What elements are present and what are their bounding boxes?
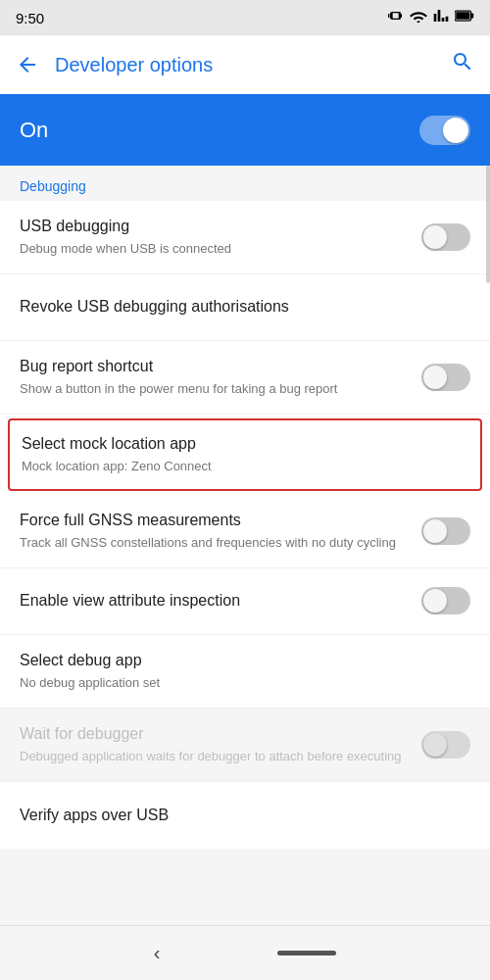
gnss-item[interactable]: Force full GNSS measurements Track all G… [0, 495, 490, 568]
usb-debugging-title: USB debugging [20, 217, 421, 237]
mock-location-item[interactable]: Select mock location app Mock location a… [8, 418, 482, 491]
signal-icon [433, 8, 449, 27]
bug-report-text: Bug report shortcut Show a button in the… [20, 357, 421, 398]
mock-location-subtitle: Mock location app: Zeno Connect [22, 458, 468, 475]
view-attribute-text: Enable view attribute inspection [20, 591, 421, 612]
scrollbar[interactable] [486, 166, 490, 283]
view-attribute-item[interactable]: Enable view attribute inspection [0, 568, 490, 635]
usb-debugging-toggle[interactable] [421, 223, 470, 251]
revoke-usb-text: Revoke USB debugging authorisations [20, 297, 470, 318]
gnss-toggle[interactable] [421, 517, 470, 545]
view-attribute-title: Enable view attribute inspection [20, 591, 421, 612]
verify-apps-item[interactable]: Verify apps over USB [0, 782, 490, 849]
bug-report-subtitle: Show a button in the power menu for taki… [20, 380, 421, 398]
on-label: On [20, 118, 48, 143]
debugging-label: Debugging [20, 178, 86, 194]
usb-debugging-text: USB debugging Debug mode when USB is con… [20, 217, 421, 258]
developer-options-toggle[interactable] [419, 116, 470, 145]
nav-back-button[interactable]: ‹ [154, 942, 161, 964]
vibrate-icon [388, 8, 404, 27]
verify-apps-title: Verify apps over USB [20, 806, 470, 826]
debugging-section-header: Debugging [0, 166, 490, 201]
back-button[interactable] [16, 53, 39, 76]
revoke-usb-item[interactable]: Revoke USB debugging authorisations [0, 274, 490, 341]
bug-report-toggle[interactable] [421, 364, 470, 391]
debug-app-item[interactable]: Select debug app No debug application se… [0, 635, 490, 709]
wifi-icon [410, 9, 427, 26]
svg-rect-2 [456, 12, 469, 20]
status-bar: 9:50 [0, 0, 490, 35]
mock-location-title: Select mock location app [22, 434, 468, 455]
on-banner: On [0, 94, 490, 166]
gnss-text: Force full GNSS measurements Track all G… [20, 511, 421, 552]
bug-report-item[interactable]: Bug report shortcut Show a button in the… [0, 341, 490, 415]
wait-debugger-item: Wait for debugger Debugged application w… [0, 709, 490, 782]
usb-debugging-item[interactable]: USB debugging Debug mode when USB is con… [0, 201, 490, 274]
page-title: Developer options [55, 54, 435, 76]
status-time: 9:50 [16, 10, 44, 26]
mock-location-text: Select mock location app Mock location a… [22, 434, 468, 475]
search-button[interactable] [451, 50, 474, 79]
settings-list: USB debugging Debug mode when USB is con… [0, 201, 490, 849]
wait-debugger-title: Wait for debugger [20, 724, 421, 745]
gnss-subtitle: Track all GNSS constellations and freque… [20, 534, 421, 552]
debug-app-subtitle: No debug application set [20, 674, 470, 692]
app-bar: Developer options [0, 35, 490, 94]
wait-debugger-text: Wait for debugger Debugged application w… [20, 724, 421, 765]
wait-debugger-subtitle: Debugged application waits for debugger … [20, 748, 421, 765]
debug-app-text: Select debug app No debug application se… [20, 651, 470, 692]
debug-app-title: Select debug app [20, 651, 470, 671]
battery-icon [455, 9, 474, 26]
verify-apps-text: Verify apps over USB [20, 806, 470, 826]
svg-rect-1 [471, 14, 474, 19]
status-icons [388, 8, 474, 27]
usb-debugging-subtitle: Debug mode when USB is connected [20, 240, 421, 258]
nav-home-pill[interactable] [277, 951, 336, 956]
bug-report-title: Bug report shortcut [20, 357, 421, 377]
gnss-title: Force full GNSS measurements [20, 511, 421, 531]
wait-debugger-toggle [421, 731, 470, 759]
view-attribute-toggle[interactable] [421, 587, 470, 614]
bottom-nav: ‹ [0, 925, 490, 980]
revoke-usb-title: Revoke USB debugging authorisations [20, 297, 470, 318]
